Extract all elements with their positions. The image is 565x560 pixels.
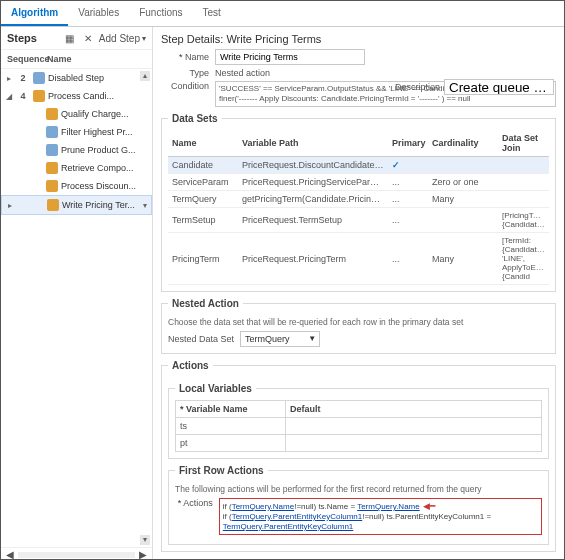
chevron-down-icon: ▾ — [142, 34, 146, 43]
ds-join — [498, 191, 549, 208]
step-name: Process Discoun... — [61, 181, 148, 191]
step-seq: 2 — [16, 73, 30, 83]
name-input[interactable] — [215, 49, 365, 65]
ds-varpath: PriceRequest.PricingServiceParameter — [238, 174, 388, 191]
lv-default[interactable] — [286, 418, 542, 435]
tree-step-item[interactable]: Process Discoun... — [1, 177, 152, 195]
actions-legend: Actions — [168, 360, 213, 371]
ds-varpath: PriceRequest.TermSetup — [238, 208, 388, 233]
tab-test[interactable]: Test — [193, 1, 231, 26]
dataset-row[interactable]: PricingTermPriceRequest.PricingTerm...Ma… — [168, 233, 549, 285]
ds-col-name[interactable]: Name — [168, 130, 238, 157]
step-name: Prune Product G... — [61, 145, 148, 155]
lv-col-name[interactable]: * Variable Name — [176, 401, 286, 418]
ds-join — [498, 157, 549, 174]
cube-icon — [47, 199, 59, 211]
ds-join: [PricingTermId:{Candidate.Pricin — [498, 208, 549, 233]
lv-col-default[interactable]: Default — [286, 401, 542, 418]
ds-cardinality: Many — [428, 191, 498, 208]
ds-col-cardinality[interactable]: Cardinality — [428, 130, 498, 157]
ds-col-primary[interactable]: Primary — [388, 130, 428, 157]
ds-name: ServiceParam — [168, 174, 238, 191]
ds-primary: ✓ — [388, 157, 428, 174]
step-name: Disabled Step — [48, 73, 148, 83]
cube-icon — [46, 162, 58, 174]
toggle-icon[interactable]: ▸ — [6, 201, 14, 210]
tree-step-item[interactable]: ▸2Disabled Step — [1, 69, 152, 87]
toggle-icon[interactable]: ◢ — [5, 92, 13, 101]
ds-varpath: PriceRequest.DiscountCandidate✎ — [238, 157, 388, 174]
ds-varpath: PriceRequest.PricingTerm — [238, 233, 388, 285]
datasets-legend: Data Sets — [168, 113, 222, 124]
cube-icon — [46, 108, 58, 120]
actions-fieldset: Actions Local Variables * Variable Name … — [161, 360, 556, 552]
ds-col-varpath[interactable]: Variable Path — [238, 130, 388, 157]
step-seq: 4 — [16, 91, 30, 101]
tab-algorithm[interactable]: Algorithm — [1, 1, 68, 26]
scroll-up[interactable]: ▴ — [140, 71, 150, 81]
tree-step-item[interactable]: Qualify Charge... — [1, 105, 152, 123]
step-name: Retrieve Compo... — [61, 163, 148, 173]
local-var-row[interactable]: ts — [176, 418, 542, 435]
step-name: Qualify Charge... — [61, 109, 148, 119]
tree-step-item[interactable]: Prune Product G... — [1, 141, 152, 159]
tab-variables[interactable]: Variables — [68, 1, 129, 26]
nested-note: Choose the data set that will be re-quer… — [168, 317, 549, 327]
type-value: Nested action — [215, 68, 270, 78]
condition-label: Condition — [161, 81, 209, 91]
tab-functions[interactable]: Functions — [129, 1, 192, 26]
ds-cardinality: Zero or one — [428, 174, 498, 191]
toggle-icon[interactable]: ▸ — [5, 74, 13, 83]
scroll-down[interactable]: ▾ — [140, 535, 150, 545]
dataset-row[interactable]: TermQuerygetPricingTerm(Candidate.Pricin… — [168, 191, 549, 208]
dataset-row[interactable]: CandidatePriceRequest.DiscountCandidate✎… — [168, 157, 549, 174]
ds-col-join[interactable]: Data Set Join — [498, 130, 549, 157]
cube-icon — [46, 180, 58, 192]
ds-cardinality — [428, 157, 498, 174]
description-input[interactable] — [444, 79, 554, 95]
ds-name: Candidate — [168, 157, 238, 174]
ds-name: TermSetup — [168, 208, 238, 233]
add-step-button[interactable]: Add Step▾ — [99, 33, 146, 44]
type-label: Type — [161, 68, 209, 78]
step-name: Filter Highest Pr... — [61, 127, 148, 137]
scrollbar[interactable] — [18, 552, 135, 558]
local-var-row[interactable]: pt — [176, 435, 542, 452]
col-name: Name — [47, 54, 72, 64]
tree-step-item[interactable]: Retrieve Compo... — [1, 159, 152, 177]
ds-primary: ... — [388, 174, 428, 191]
steps-title: Steps — [7, 32, 37, 44]
tree-step-item[interactable]: ▸Write Pricing Ter...▾ — [1, 195, 152, 215]
ds-cardinality — [428, 208, 498, 233]
ds-join: [TermId: {Candidate.PricingTerm 'LINE', … — [498, 233, 549, 285]
grid-icon[interactable]: ▦ — [63, 31, 77, 45]
nested-dataset-select[interactable]: TermQuery ▼ — [240, 331, 320, 347]
ds-cardinality: Many — [428, 233, 498, 285]
dataset-row[interactable]: TermSetupPriceRequest.TermSetup...[Prici… — [168, 208, 549, 233]
name-label: Name — [161, 52, 209, 62]
scroll-left[interactable]: ◀ — [5, 550, 15, 560]
pencil-icon[interactable]: ✎ — [379, 161, 386, 170]
description-label: Description — [395, 82, 440, 92]
chain-icon — [33, 72, 45, 84]
step-name: Process Candi... — [48, 91, 148, 101]
nested-legend: Nested Action — [168, 298, 243, 309]
step-details-title: Step Details: Write Pricing Terms — [161, 33, 556, 45]
chevron-down-icon[interactable]: ▾ — [143, 201, 147, 210]
actions-label: Actions — [175, 498, 213, 508]
actions-code[interactable]: if (TermQuery.Name!=null) ts.Name = Term… — [219, 498, 542, 535]
local-variables-table: * Variable Name Default tspt — [175, 400, 542, 452]
first-row-note: The following actions will be performed … — [175, 484, 542, 494]
local-variables-legend: Local Variables — [175, 383, 256, 394]
lv-default[interactable] — [286, 435, 542, 452]
ds-name: TermQuery — [168, 191, 238, 208]
delete-icon[interactable]: ✕ — [81, 31, 95, 45]
dataset-row[interactable]: ServiceParamPriceRequest.PricingServiceP… — [168, 174, 549, 191]
datasets-table: Name Variable Path Primary Cardinality D… — [168, 130, 549, 285]
scroll-right[interactable]: ▶ — [138, 550, 148, 560]
first-row-actions-fieldset: First Row Actions The following actions … — [168, 465, 549, 545]
tree-step-item[interactable]: ◢4Process Candi... — [1, 87, 152, 105]
first-row-legend: First Row Actions — [175, 465, 268, 476]
tree-step-item[interactable]: Filter Highest Pr... — [1, 123, 152, 141]
nested-dataset-label: Nested Data Set — [168, 334, 234, 344]
